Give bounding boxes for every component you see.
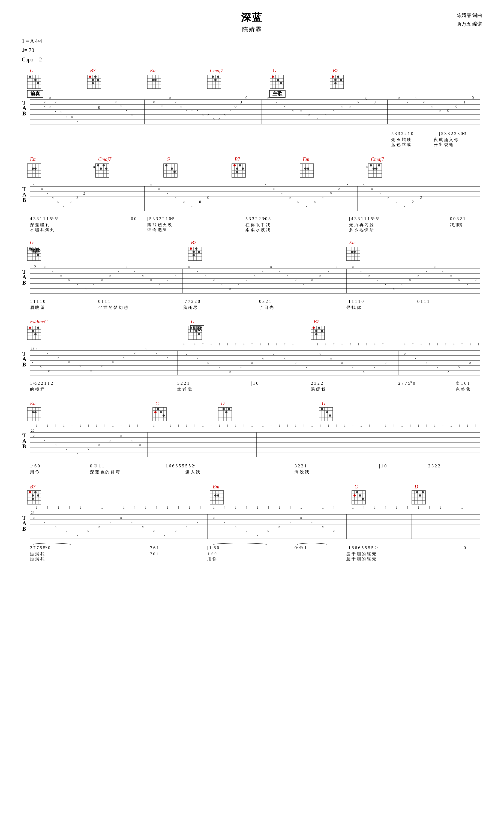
- svg-text:×: ×: [292, 109, 294, 113]
- svg-text:0  0: 0 0: [131, 216, 136, 221]
- svg-text:B: B: [22, 444, 26, 450]
- svg-text:×: ×: [475, 278, 476, 282]
- svg-text:×: ×: [180, 104, 182, 109]
- svg-text:×: ×: [185, 525, 187, 529]
- svg-point-568: [34, 411, 37, 414]
- svg-point-716: [214, 495, 217, 497]
- svg-text:×: ×: [431, 104, 433, 109]
- svg-text:×: ×: [101, 364, 103, 368]
- full-score: G B7 Em Cmaj7 G B7: [22, 64, 482, 821]
- svg-text:0: 0: [199, 200, 201, 204]
- svg-rect-30: [147, 75, 161, 89]
- svg-text:↓: ↓: [202, 423, 204, 428]
- svg-text:| 1·    6  0: | 1· 6 0: [207, 546, 219, 550]
- svg-text:×: ×: [404, 204, 406, 208]
- svg-text:×: ×: [49, 96, 51, 100]
- svg-text:×: ×: [379, 191, 381, 195]
- svg-text:↑: ↑: [267, 505, 269, 510]
- svg-text:↓: ↓: [101, 505, 103, 510]
- svg-text:×: ×: [275, 100, 277, 104]
- svg-text:×: ×: [41, 187, 43, 191]
- svg-text:| 1    0: | 1 0: [379, 464, 386, 469]
- svg-text:↑: ↑: [472, 505, 474, 510]
- svg-text:×: ×: [330, 191, 332, 195]
- svg-text:0  1  1  1: 0 1 1 1: [417, 299, 429, 304]
- svg-point-322: [190, 247, 192, 250]
- svg-text:×: ×: [273, 352, 275, 356]
- svg-text:A: A: [22, 520, 26, 526]
- svg-text:×: ×: [150, 278, 152, 282]
- svg-point-70: [332, 76, 334, 78]
- svg-text:我用嘴: 我用嘴: [450, 223, 462, 227]
- svg-point-739: [419, 495, 421, 497]
- svg-point-728: [359, 495, 361, 497]
- song-title: 深蓝: [22, 11, 482, 24]
- svg-text:↓: ↓: [374, 341, 376, 346]
- svg-text:↓: ↓: [466, 423, 469, 428]
- svg-text:×: ×: [213, 516, 215, 520]
- svg-text:×: ×: [150, 182, 152, 187]
- svg-text:↓: ↓: [128, 423, 130, 428]
- svg-text:G: G: [322, 401, 325, 406]
- svg-text:Cmaj7: Cmaj7: [371, 157, 384, 162]
- svg-text:×: ×: [120, 104, 122, 109]
- svg-text:×: ×: [112, 360, 114, 364]
- svg-text:↓: ↓: [450, 423, 452, 428]
- svg-text:↑: ↑: [363, 505, 365, 510]
- svg-text:×: ×: [35, 347, 37, 351]
- svg-text:×: ×: [235, 525, 236, 529]
- svg-text:↓: ↓: [251, 423, 253, 428]
- svg-text:×: ×: [202, 113, 204, 117]
- svg-text:×: ×: [466, 282, 468, 286]
- svg-point-336: [353, 251, 356, 253]
- svg-text:×: ×: [262, 269, 264, 273]
- svg-text:↑: ↑: [136, 423, 139, 428]
- svg-text:×: ×: [393, 287, 395, 291]
- svg-text:×: ×: [49, 104, 51, 109]
- svg-point-450: [313, 326, 315, 329]
- svg-text:×: ×: [98, 525, 100, 529]
- svg-text:↑: ↑: [177, 505, 179, 510]
- svg-text:×: ×: [295, 361, 296, 365]
- svg-point-59: [272, 76, 274, 78]
- svg-text:↓: ↓: [461, 505, 463, 510]
- svg-text:B7: B7: [90, 68, 96, 73]
- svg-text:↑: ↑: [235, 341, 237, 346]
- svg-point-451: [315, 330, 317, 332]
- svg-text:×: ×: [325, 113, 326, 117]
- svg-text:×: ×: [115, 100, 117, 104]
- svg-text:×: ×: [417, 274, 419, 278]
- svg-text:↓: ↓: [210, 341, 212, 346]
- svg-text:×: ×: [314, 200, 316, 204]
- svg-text:0: 0: [472, 96, 474, 100]
- svg-text:×: ×: [316, 117, 318, 121]
- svg-text:×: ×: [44, 520, 46, 525]
- svg-text:×: ×: [145, 347, 146, 351]
- svg-text:↓: ↓: [352, 505, 354, 510]
- svg-text:↑: ↑: [194, 423, 196, 428]
- svg-text:×: ×: [65, 115, 67, 119]
- svg-text:×: ×: [79, 364, 81, 368]
- svg-text:×: ×: [44, 439, 46, 443]
- svg-text:0: 0: [235, 104, 236, 109]
- svg-text:×: ×: [76, 282, 78, 286]
- svg-text:×: ×: [125, 265, 127, 269]
- svg-text:↑: ↑: [425, 423, 428, 428]
- svg-text:熄  灭  蜡  烛: 熄 灭 蜡 烛: [391, 137, 411, 142]
- svg-text:↑: ↑: [428, 341, 430, 346]
- svg-text:×: ×: [98, 443, 100, 447]
- capo-info: Capo = 2: [22, 55, 482, 64]
- svg-text:×: ×: [300, 516, 302, 520]
- svg-point-61: [280, 82, 282, 84]
- svg-point-184: [103, 164, 105, 166]
- svg-text:↑: ↑: [251, 341, 253, 346]
- svg-text:×: ×: [31, 360, 34, 364]
- svg-text:↓: ↓: [213, 505, 215, 510]
- svg-point-727: [356, 491, 358, 493]
- svg-text:2: 2: [34, 265, 36, 269]
- svg-text:×: ×: [458, 365, 460, 369]
- svg-text:×: ×: [395, 200, 397, 204]
- svg-text:↑: ↑: [286, 423, 289, 428]
- svg-rect-718: [352, 491, 365, 504]
- svg-text:↓: ↓: [295, 423, 297, 428]
